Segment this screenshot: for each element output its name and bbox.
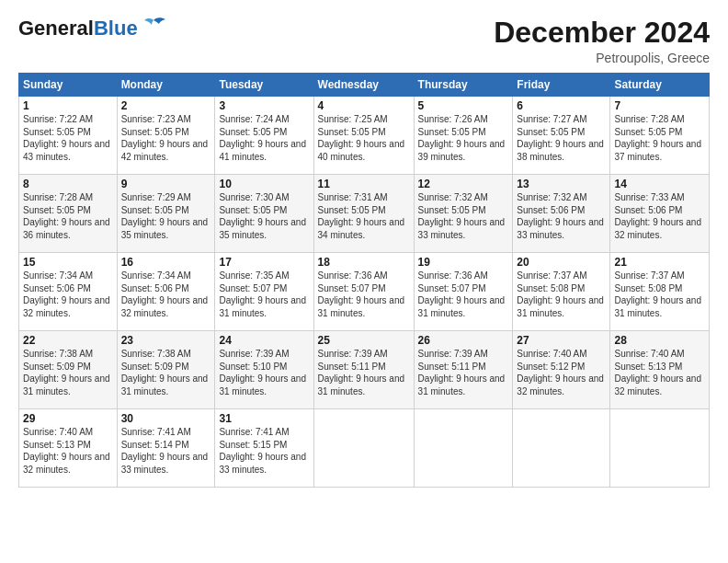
day-number: 11 (318, 178, 410, 190)
day-detail: Sunrise: 7:23 AMSunset: 5:05 PMDaylight:… (121, 114, 209, 162)
day-detail: Sunrise: 7:22 AMSunset: 5:05 PMDaylight:… (23, 114, 110, 162)
table-row (610, 409, 710, 488)
day-number: 20 (517, 256, 606, 269)
day-number: 2 (121, 99, 211, 112)
table-row: 23 Sunrise: 7:38 AMSunset: 5:09 PMDaylig… (117, 331, 215, 409)
day-detail: Sunrise: 7:40 AMSunset: 5:13 PMDaylight:… (614, 349, 701, 396)
day-number: 28 (614, 334, 705, 347)
day-detail: Sunrise: 7:34 AMSunset: 5:06 PMDaylight:… (23, 270, 110, 318)
day-detail: Sunrise: 7:31 AMSunset: 5:05 PMDaylight:… (318, 192, 405, 240)
day-detail: Sunrise: 7:41 AMSunset: 5:14 PMDaylight:… (121, 427, 209, 475)
table-row: 18 Sunrise: 7:36 AMSunset: 5:07 PMDaylig… (313, 253, 414, 331)
calendar-week-row: 29 Sunrise: 7:40 AMSunset: 5:13 PMDaylig… (19, 409, 710, 488)
table-row (513, 409, 610, 488)
table-row (313, 409, 414, 488)
day-detail: Sunrise: 7:36 AMSunset: 5:07 PMDaylight:… (318, 270, 405, 318)
day-detail: Sunrise: 7:26 AMSunset: 5:05 PMDaylight:… (418, 114, 506, 162)
day-number: 23 (121, 334, 211, 347)
table-row: 6 Sunrise: 7:27 AMSunset: 5:05 PMDayligh… (513, 97, 610, 175)
col-monday: Monday (117, 74, 215, 97)
day-detail: Sunrise: 7:28 AMSunset: 5:05 PMDaylight:… (23, 192, 110, 240)
day-detail: Sunrise: 7:36 AMSunset: 5:07 PMDaylight:… (418, 270, 506, 318)
table-row: 31 Sunrise: 7:41 AMSunset: 5:15 PMDaylig… (215, 409, 313, 488)
table-row: 16 Sunrise: 7:34 AMSunset: 5:06 PMDaylig… (117, 253, 215, 331)
table-row: 27 Sunrise: 7:40 AMSunset: 5:12 PMDaylig… (513, 331, 610, 409)
col-tuesday: Tuesday (215, 74, 313, 97)
calendar-week-row: 8 Sunrise: 7:28 AMSunset: 5:05 PMDayligh… (19, 175, 710, 253)
col-thursday: Thursday (414, 74, 513, 97)
day-number: 25 (318, 334, 410, 347)
day-number: 7 (614, 99, 705, 112)
day-detail: Sunrise: 7:30 AMSunset: 5:05 PMDaylight:… (219, 192, 306, 240)
day-detail: Sunrise: 7:34 AMSunset: 5:06 PMDaylight:… (121, 270, 209, 318)
day-number: 1 (23, 99, 113, 112)
day-number: 27 (517, 334, 606, 347)
day-detail: Sunrise: 7:32 AMSunset: 5:05 PMDaylight:… (418, 192, 506, 240)
table-row: 19 Sunrise: 7:36 AMSunset: 5:07 PMDaylig… (414, 253, 513, 331)
day-detail: Sunrise: 7:40 AMSunset: 5:13 PMDaylight:… (23, 427, 110, 475)
day-detail: Sunrise: 7:24 AMSunset: 5:05 PMDaylight:… (219, 114, 306, 162)
day-detail: Sunrise: 7:28 AMSunset: 5:05 PMDaylight:… (614, 114, 701, 162)
table-row: 30 Sunrise: 7:41 AMSunset: 5:14 PMDaylig… (117, 409, 215, 488)
day-number: 8 (23, 178, 113, 190)
table-row: 12 Sunrise: 7:32 AMSunset: 5:05 PMDaylig… (414, 175, 513, 253)
day-detail: Sunrise: 7:37 AMSunset: 5:08 PMDaylight:… (614, 270, 701, 318)
day-number: 22 (23, 334, 113, 347)
day-number: 26 (418, 334, 509, 347)
col-sunday: Sunday (19, 74, 118, 97)
day-number: 16 (121, 256, 211, 269)
day-number: 5 (418, 99, 509, 112)
logo: GeneralBlue (18, 17, 166, 40)
table-row: 10 Sunrise: 7:30 AMSunset: 5:05 PMDaylig… (215, 175, 313, 253)
day-number: 19 (418, 256, 509, 269)
location: Petroupolis, Greece (494, 51, 710, 65)
day-detail: Sunrise: 7:39 AMSunset: 5:11 PMDaylight:… (318, 349, 405, 396)
day-detail: Sunrise: 7:33 AMSunset: 5:06 PMDaylight:… (614, 192, 701, 240)
day-number: 24 (219, 334, 309, 347)
day-number: 18 (318, 256, 410, 269)
table-row: 26 Sunrise: 7:39 AMSunset: 5:11 PMDaylig… (414, 331, 513, 409)
table-row: 3 Sunrise: 7:24 AMSunset: 5:05 PMDayligh… (215, 97, 313, 175)
day-number: 30 (121, 412, 211, 425)
day-detail: Sunrise: 7:40 AMSunset: 5:12 PMDaylight:… (517, 349, 604, 396)
day-detail: Sunrise: 7:39 AMSunset: 5:11 PMDaylight:… (418, 349, 506, 396)
calendar-header-row: Sunday Monday Tuesday Wednesday Thursday… (19, 74, 710, 97)
day-detail: Sunrise: 7:25 AMSunset: 5:05 PMDaylight:… (318, 114, 405, 162)
table-row: 1 Sunrise: 7:22 AMSunset: 5:05 PMDayligh… (19, 97, 118, 175)
table-row: 24 Sunrise: 7:39 AMSunset: 5:10 PMDaylig… (215, 331, 313, 409)
table-row: 21 Sunrise: 7:37 AMSunset: 5:08 PMDaylig… (610, 253, 710, 331)
day-detail: Sunrise: 7:41 AMSunset: 5:15 PMDaylight:… (219, 427, 306, 475)
day-number: 17 (219, 256, 309, 269)
day-number: 10 (219, 178, 309, 190)
table-row: 28 Sunrise: 7:40 AMSunset: 5:13 PMDaylig… (610, 331, 710, 409)
calendar-week-row: 22 Sunrise: 7:38 AMSunset: 5:09 PMDaylig… (19, 331, 710, 409)
table-row: 20 Sunrise: 7:37 AMSunset: 5:08 PMDaylig… (513, 253, 610, 331)
logo-text: GeneralBlue (18, 17, 138, 40)
table-row: 25 Sunrise: 7:39 AMSunset: 5:11 PMDaylig… (313, 331, 414, 409)
day-detail: Sunrise: 7:29 AMSunset: 5:05 PMDaylight:… (121, 192, 209, 240)
title-block: December 2024 Petroupolis, Greece (494, 17, 710, 65)
table-row: 5 Sunrise: 7:26 AMSunset: 5:05 PMDayligh… (414, 97, 513, 175)
day-detail: Sunrise: 7:37 AMSunset: 5:08 PMDaylight:… (517, 270, 604, 318)
table-row: 13 Sunrise: 7:32 AMSunset: 5:06 PMDaylig… (513, 175, 610, 253)
day-number: 3 (219, 99, 309, 112)
table-row: 9 Sunrise: 7:29 AMSunset: 5:05 PMDayligh… (117, 175, 215, 253)
table-row: 4 Sunrise: 7:25 AMSunset: 5:05 PMDayligh… (313, 97, 414, 175)
day-number: 13 (517, 178, 606, 190)
day-number: 14 (614, 178, 705, 190)
header: GeneralBlue December 2024 Petroupolis, G… (18, 17, 710, 65)
table-row: 8 Sunrise: 7:28 AMSunset: 5:05 PMDayligh… (19, 175, 118, 253)
day-detail: Sunrise: 7:38 AMSunset: 5:09 PMDaylight:… (23, 349, 110, 396)
day-number: 29 (23, 412, 113, 425)
month-title: December 2024 (494, 17, 710, 49)
table-row: 15 Sunrise: 7:34 AMSunset: 5:06 PMDaylig… (19, 253, 118, 331)
day-number: 9 (121, 178, 211, 190)
table-row: 7 Sunrise: 7:28 AMSunset: 5:05 PMDayligh… (610, 97, 710, 175)
day-number: 15 (23, 256, 113, 269)
table-row: 17 Sunrise: 7:35 AMSunset: 5:07 PMDaylig… (215, 253, 313, 331)
day-number: 4 (318, 99, 410, 112)
day-number: 31 (219, 412, 309, 425)
day-number: 12 (418, 178, 509, 190)
day-number: 21 (614, 256, 705, 269)
day-detail: Sunrise: 7:38 AMSunset: 5:09 PMDaylight:… (121, 349, 209, 396)
